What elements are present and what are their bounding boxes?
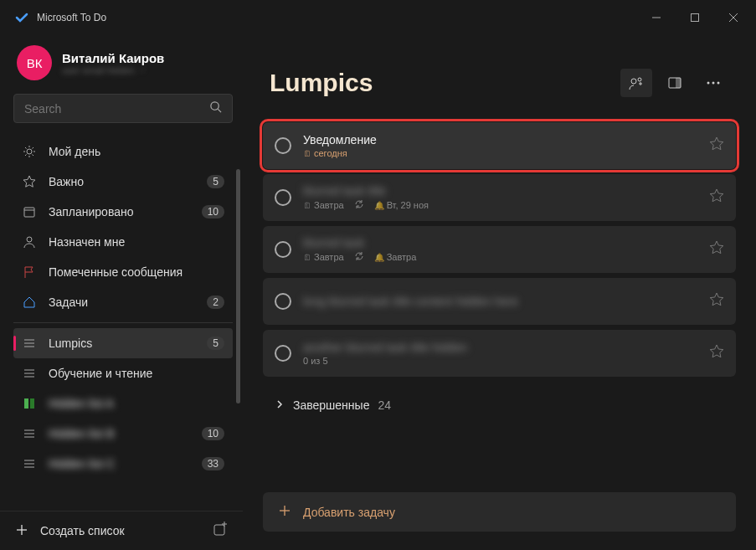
sidebar-item-label: Важно — [49, 175, 195, 188]
svg-line-13 — [25, 155, 27, 157]
count-badge: 33 — [202, 457, 224, 470]
svg-line-14 — [33, 147, 34, 149]
star-icon[interactable] — [709, 188, 724, 207]
list-icon — [22, 337, 37, 350]
svg-point-17 — [27, 237, 32, 242]
svg-rect-15 — [24, 208, 34, 217]
sidebar-item-hidden[interactable]: Hidden list C 33 — [13, 449, 233, 479]
sidebar-item-important[interactable]: Важно 5 — [13, 167, 233, 197]
minimize-button[interactable] — [637, 0, 676, 35]
completed-count: 24 — [378, 398, 391, 412]
star-icon[interactable] — [709, 240, 724, 259]
suggestions-button[interactable] — [659, 69, 691, 97]
svg-point-38 — [638, 78, 641, 81]
sidebar-item-label: Мой день — [49, 145, 224, 158]
close-button[interactable] — [714, 0, 753, 35]
maximize-button[interactable] — [676, 0, 714, 35]
star-icon — [22, 175, 37, 188]
task-title: another blurred task title hidden — [303, 341, 697, 354]
task-row[interactable]: long blurred task title content hidden h… — [263, 278, 736, 325]
more-button[interactable] — [697, 69, 729, 97]
sidebar-item-planned[interactable]: Запланировано 10 — [13, 197, 233, 227]
sidebar-item-assigned[interactable]: Назначен мне — [13, 227, 233, 257]
svg-rect-1 — [692, 14, 699, 22]
profile[interactable]: ВК Виталий Каиров user email hidden — [13, 35, 233, 94]
person-icon — [22, 235, 37, 249]
task-row[interactable]: blurred task Завтра Завтра — [263, 226, 736, 273]
titlebar: Microsoft To Do — [0, 0, 756, 35]
svg-rect-42 — [676, 78, 681, 88]
list-icon — [22, 398, 37, 409]
task-title: long blurred task title content hidden h… — [303, 295, 697, 308]
new-list-button[interactable]: Создать список — [15, 523, 201, 539]
sidebar-item-label: Hidden list A — [49, 397, 224, 410]
avatar: ВК — [17, 45, 52, 80]
sidebar-item-lumpics[interactable]: Lumpics 5 — [13, 328, 233, 358]
plus-icon — [15, 523, 28, 539]
repeat-icon — [354, 199, 364, 211]
svg-point-37 — [631, 79, 636, 84]
list-icon — [22, 457, 37, 470]
window-controls — [637, 0, 753, 35]
scrollbar[interactable] — [236, 169, 240, 404]
list-icon — [22, 427, 37, 440]
task-title: Уведомление — [303, 133, 697, 146]
profile-email: user email hidden — [62, 65, 164, 75]
task-title: blurred task — [303, 236, 697, 249]
add-task-placeholder: Добавить задачу — [303, 506, 395, 519]
svg-point-4 — [211, 102, 219, 110]
task-row[interactable]: Уведомление сегодня — [263, 122, 736, 169]
task-checkbox[interactable] — [275, 137, 291, 154]
count-badge: 10 — [202, 427, 224, 440]
due-date: Завтра — [303, 200, 344, 210]
task-row[interactable]: blurred task title Завтра Вт, 29 ноя — [263, 174, 736, 221]
star-icon[interactable] — [709, 136, 724, 155]
sidebar-item-label: Hidden list B — [49, 427, 190, 440]
repeat-icon — [354, 251, 364, 263]
new-group-button[interactable] — [213, 522, 228, 540]
completed-label: Завершенные — [293, 398, 369, 412]
count-badge: 5 — [207, 337, 224, 350]
page-title: Lumpics — [270, 69, 620, 97]
sidebar-item-hidden[interactable]: Hidden list B 10 — [13, 419, 233, 449]
svg-point-43 — [707, 82, 710, 85]
sidebar-item-learning[interactable]: Обучение и чтение — [13, 358, 233, 388]
chevron-right-icon — [275, 398, 285, 412]
sidebar-item-tasks[interactable]: Задачи 2 — [13, 287, 233, 317]
app-icon — [15, 11, 28, 24]
sidebar: ВК Виталий Каиров user email hidden Мой … — [0, 35, 243, 550]
count-badge: 2 — [207, 296, 224, 309]
main-header: Lumpics — [263, 35, 736, 122]
svg-line-11 — [25, 147, 27, 149]
completed-toggle[interactable]: Завершенные 24 — [263, 388, 736, 422]
list-icon — [22, 367, 37, 380]
star-icon[interactable] — [709, 292, 724, 311]
search-box[interactable] — [13, 94, 233, 123]
main-pane: Lumpics Уведомление сегодня blurred task… — [243, 35, 756, 550]
divider — [13, 322, 233, 323]
sidebar-item-flagged[interactable]: Помеченные сообщения — [13, 257, 233, 287]
add-task-input[interactable]: Добавить задачу — [263, 492, 736, 532]
sun-icon — [22, 145, 37, 158]
flag-icon — [22, 265, 37, 279]
due-date: сегодня — [303, 148, 347, 158]
sidebar-item-my-day[interactable]: Мой день — [13, 136, 233, 167]
star-icon[interactable] — [709, 344, 724, 362]
sidebar-item-hidden[interactable]: Hidden list A — [13, 388, 233, 419]
app-title: Microsoft To Do — [37, 12, 629, 23]
due-date: Завтра — [303, 252, 344, 262]
count-badge: 5 — [207, 175, 224, 188]
task-title: blurred task title — [303, 184, 697, 198]
svg-point-45 — [717, 82, 720, 85]
task-checkbox[interactable] — [275, 345, 291, 362]
task-checkbox[interactable] — [275, 189, 291, 206]
task-checkbox[interactable] — [275, 241, 291, 258]
svg-line-12 — [33, 155, 34, 157]
svg-rect-25 — [30, 398, 34, 409]
task-checkbox[interactable] — [275, 293, 291, 310]
task-row[interactable]: another blurred task title hidden 0 из 5 — [263, 330, 736, 377]
search-input[interactable] — [24, 102, 209, 116]
share-button[interactable] — [620, 69, 652, 97]
count-badge: 10 — [202, 205, 224, 218]
sidebar-item-label: Помеченные сообщения — [49, 265, 224, 279]
